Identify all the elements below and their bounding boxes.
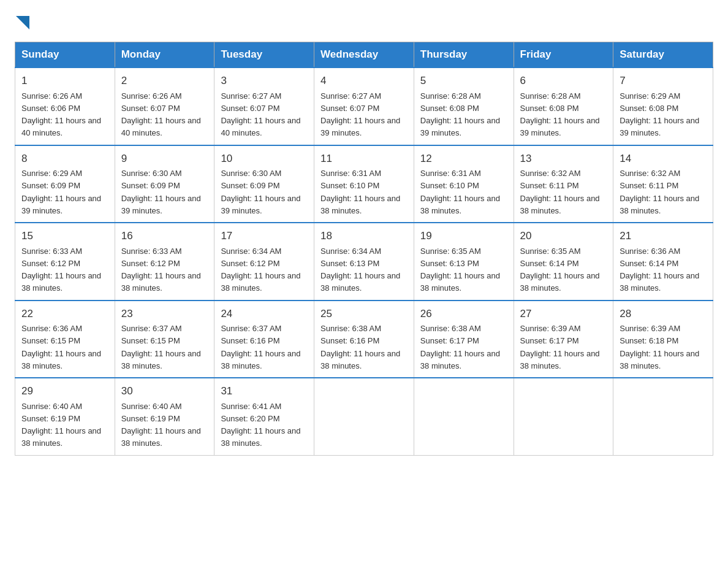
day-info: Sunrise: 6:31 AMSunset: 6:10 PMDaylight:… xyxy=(320,169,400,215)
calendar-cell: 3 Sunrise: 6:27 AMSunset: 6:07 PMDayligh… xyxy=(214,67,314,145)
day-number: 20 xyxy=(520,228,607,244)
day-number: 4 xyxy=(320,73,408,89)
day-header-monday: Monday xyxy=(115,42,214,68)
calendar-cell: 13 Sunrise: 6:32 AMSunset: 6:11 PMDaylig… xyxy=(514,145,613,223)
day-number: 12 xyxy=(420,151,507,167)
day-number: 25 xyxy=(320,306,408,322)
day-info: Sunrise: 6:32 AMSunset: 6:11 PMDaylight:… xyxy=(620,169,699,215)
calendar-cell: 29 Sunrise: 6:40 AMSunset: 6:19 PMDaylig… xyxy=(15,378,115,455)
logo-arrow-icon xyxy=(16,16,29,29)
day-info: Sunrise: 6:41 AMSunset: 6:20 PMDaylight:… xyxy=(221,402,300,448)
calendar-cell: 8 Sunrise: 6:29 AMSunset: 6:09 PMDayligh… xyxy=(15,145,115,223)
day-number: 26 xyxy=(420,306,507,322)
calendar-cell: 25 Sunrise: 6:38 AMSunset: 6:16 PMDaylig… xyxy=(314,301,414,378)
day-info: Sunrise: 6:31 AMSunset: 6:10 PMDaylight:… xyxy=(420,169,500,215)
day-info: Sunrise: 6:33 AMSunset: 6:12 PMDaylight:… xyxy=(121,247,201,293)
calendar-cell: 19 Sunrise: 6:35 AMSunset: 6:13 PMDaylig… xyxy=(414,223,514,301)
day-number: 9 xyxy=(121,151,208,167)
calendar-cell: 31 Sunrise: 6:41 AMSunset: 6:20 PMDaylig… xyxy=(214,378,314,455)
day-number: 30 xyxy=(121,383,208,399)
calendar-table: SundayMondayTuesdayWednesdayThursdayFrid… xyxy=(15,42,713,456)
day-info: Sunrise: 6:29 AMSunset: 6:09 PMDaylight:… xyxy=(21,169,101,215)
calendar-cell: 15 Sunrise: 6:33 AMSunset: 6:12 PMDaylig… xyxy=(15,223,115,301)
day-info: Sunrise: 6:30 AMSunset: 6:09 PMDaylight:… xyxy=(121,169,201,215)
calendar-cell xyxy=(414,378,514,455)
calendar-cell: 18 Sunrise: 6:34 AMSunset: 6:13 PMDaylig… xyxy=(314,223,414,301)
day-info: Sunrise: 6:38 AMSunset: 6:17 PMDaylight:… xyxy=(420,324,500,370)
day-number: 1 xyxy=(21,73,108,89)
calendar-cell: 11 Sunrise: 6:31 AMSunset: 6:10 PMDaylig… xyxy=(314,145,414,223)
day-info: Sunrise: 6:34 AMSunset: 6:13 PMDaylight:… xyxy=(320,247,400,293)
day-number: 13 xyxy=(520,151,607,167)
calendar-week-1: 1 Sunrise: 6:26 AMSunset: 6:06 PMDayligh… xyxy=(15,67,713,145)
day-number: 23 xyxy=(121,306,208,322)
day-number: 2 xyxy=(121,73,208,89)
day-info: Sunrise: 6:37 AMSunset: 6:15 PMDaylight:… xyxy=(121,324,201,370)
calendar-cell: 14 Sunrise: 6:32 AMSunset: 6:11 PMDaylig… xyxy=(613,145,713,223)
day-number: 19 xyxy=(420,228,507,244)
day-number: 14 xyxy=(620,151,707,167)
svg-marker-0 xyxy=(16,16,29,29)
day-info: Sunrise: 6:39 AMSunset: 6:18 PMDaylight:… xyxy=(620,324,699,370)
day-number: 7 xyxy=(620,73,707,89)
calendar-cell: 12 Sunrise: 6:31 AMSunset: 6:10 PMDaylig… xyxy=(414,145,514,223)
day-number: 8 xyxy=(21,151,108,167)
calendar-cell: 21 Sunrise: 6:36 AMSunset: 6:14 PMDaylig… xyxy=(613,223,713,301)
calendar-cell: 10 Sunrise: 6:30 AMSunset: 6:09 PMDaylig… xyxy=(214,145,314,223)
calendar-week-2: 8 Sunrise: 6:29 AMSunset: 6:09 PMDayligh… xyxy=(15,145,713,223)
calendar-cell xyxy=(314,378,414,455)
day-number: 6 xyxy=(520,73,607,89)
day-header-friday: Friday xyxy=(514,42,613,68)
day-info: Sunrise: 6:35 AMSunset: 6:13 PMDaylight:… xyxy=(420,247,500,293)
day-info: Sunrise: 6:40 AMSunset: 6:19 PMDaylight:… xyxy=(121,402,201,448)
day-info: Sunrise: 6:33 AMSunset: 6:12 PMDaylight:… xyxy=(21,247,101,293)
day-info: Sunrise: 6:26 AMSunset: 6:06 PMDaylight:… xyxy=(21,91,101,138)
calendar-cell: 4 Sunrise: 6:27 AMSunset: 6:07 PMDayligh… xyxy=(314,67,414,145)
day-number: 27 xyxy=(520,306,607,322)
day-header-sunday: Sunday xyxy=(15,42,115,68)
day-info: Sunrise: 6:30 AMSunset: 6:09 PMDaylight:… xyxy=(221,169,300,215)
day-number: 18 xyxy=(320,228,408,244)
logo xyxy=(15,15,29,29)
day-info: Sunrise: 6:40 AMSunset: 6:19 PMDaylight:… xyxy=(21,402,101,448)
day-info: Sunrise: 6:36 AMSunset: 6:15 PMDaylight:… xyxy=(21,324,101,370)
day-number: 24 xyxy=(221,306,308,322)
day-info: Sunrise: 6:34 AMSunset: 6:12 PMDaylight:… xyxy=(221,247,300,293)
calendar-cell: 1 Sunrise: 6:26 AMSunset: 6:06 PMDayligh… xyxy=(15,67,115,145)
day-info: Sunrise: 6:39 AMSunset: 6:17 PMDaylight:… xyxy=(520,324,600,370)
calendar-cell: 6 Sunrise: 6:28 AMSunset: 6:08 PMDayligh… xyxy=(514,67,613,145)
calendar-cell: 2 Sunrise: 6:26 AMSunset: 6:07 PMDayligh… xyxy=(115,67,214,145)
day-number: 5 xyxy=(420,73,507,89)
day-number: 31 xyxy=(221,383,308,399)
day-number: 28 xyxy=(620,306,707,322)
day-info: Sunrise: 6:28 AMSunset: 6:08 PMDaylight:… xyxy=(420,91,500,138)
day-number: 29 xyxy=(21,383,108,399)
day-info: Sunrise: 6:26 AMSunset: 6:07 PMDaylight:… xyxy=(121,91,201,138)
calendar-cell: 17 Sunrise: 6:34 AMSunset: 6:12 PMDaylig… xyxy=(214,223,314,301)
page-header xyxy=(15,15,713,29)
day-number: 17 xyxy=(221,228,308,244)
calendar-cell: 7 Sunrise: 6:29 AMSunset: 6:08 PMDayligh… xyxy=(613,67,713,145)
calendar-cell: 23 Sunrise: 6:37 AMSunset: 6:15 PMDaylig… xyxy=(115,301,214,378)
calendar-week-4: 22 Sunrise: 6:36 AMSunset: 6:15 PMDaylig… xyxy=(15,301,713,378)
day-info: Sunrise: 6:32 AMSunset: 6:11 PMDaylight:… xyxy=(520,169,600,215)
day-number: 10 xyxy=(221,151,308,167)
calendar-header-row: SundayMondayTuesdayWednesdayThursdayFrid… xyxy=(15,42,713,68)
calendar-cell: 30 Sunrise: 6:40 AMSunset: 6:19 PMDaylig… xyxy=(115,378,214,455)
day-header-tuesday: Tuesday xyxy=(214,42,314,68)
calendar-cell: 24 Sunrise: 6:37 AMSunset: 6:16 PMDaylig… xyxy=(214,301,314,378)
calendar-cell: 9 Sunrise: 6:30 AMSunset: 6:09 PMDayligh… xyxy=(115,145,214,223)
day-header-saturday: Saturday xyxy=(613,42,713,68)
day-number: 3 xyxy=(221,73,308,89)
calendar-cell xyxy=(514,378,613,455)
calendar-cell: 22 Sunrise: 6:36 AMSunset: 6:15 PMDaylig… xyxy=(15,301,115,378)
calendar-cell: 5 Sunrise: 6:28 AMSunset: 6:08 PMDayligh… xyxy=(414,67,514,145)
day-info: Sunrise: 6:35 AMSunset: 6:14 PMDaylight:… xyxy=(520,247,600,293)
day-number: 15 xyxy=(21,228,108,244)
day-info: Sunrise: 6:28 AMSunset: 6:08 PMDaylight:… xyxy=(520,91,600,138)
day-info: Sunrise: 6:36 AMSunset: 6:14 PMDaylight:… xyxy=(620,247,699,293)
day-number: 16 xyxy=(121,228,208,244)
day-number: 22 xyxy=(21,306,108,322)
calendar-week-3: 15 Sunrise: 6:33 AMSunset: 6:12 PMDaylig… xyxy=(15,223,713,301)
calendar-cell xyxy=(613,378,713,455)
